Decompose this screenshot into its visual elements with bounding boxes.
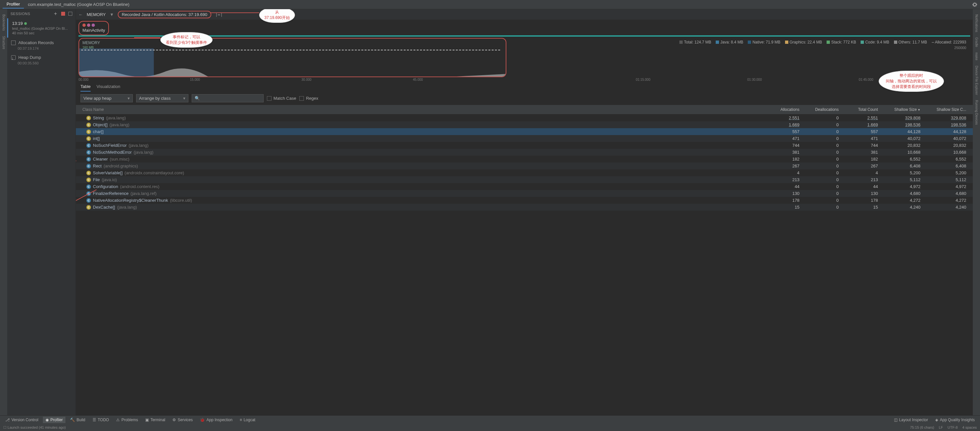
gear-icon[interactable]: [972, 2, 977, 7]
view-tabs: Table Visualization: [76, 81, 973, 92]
table-row[interactable]: CCleaner (sun.misc)18201826,5526,552: [76, 156, 973, 162]
tab-profiler[interactable]: Profiler: [3, 0, 24, 8]
callout-timeline: 整个跟踪的时间轴，拖动两边的竖线，可以选择需要查看的时间段: [878, 71, 944, 92]
vtab-notifications[interactable]: Notifications: [974, 12, 979, 35]
memory-title[interactable]: MEMORY: [87, 12, 106, 17]
status-message: ☐ Launch succeeded (41 minutes ago): [3, 425, 66, 430]
heap-icon: ↓: [11, 55, 16, 60]
vtab-gradle[interactable]: Gradle: [974, 35, 979, 50]
allocation-dashed-line: [81, 50, 500, 50]
table-row[interactable]: CRect (android.graphics)26702676,4086,40…: [76, 162, 973, 169]
arrange-select[interactable]: Arrange by class: [136, 94, 188, 102]
vtab-structure[interactable]: Structure: [1, 33, 6, 52]
add-session-icon[interactable]: [54, 12, 58, 16]
top-tab-bar: Profiler com.example.test_malloc (Google…: [0, 0, 980, 9]
table-row[interactable]: Cchar[] 557055744,12844,128: [76, 128, 973, 135]
session-duration: 40 min 50 sec: [12, 31, 72, 35]
memory-chart-label: MEMORY: [83, 41, 100, 45]
vtab-bookmarks[interactable]: Bookmarks: [1, 12, 6, 33]
btab-problems[interactable]: ⚠ Problems: [113, 417, 141, 423]
col-shallow-size[interactable]: Shallow Size: [880, 106, 923, 113]
recorded-allocations-label: Recorded Java / Kotlin Allocations: 37:1…: [118, 11, 211, 18]
allocation-icon: [11, 41, 16, 45]
allocation-table: Class Name Allocations Deallocations Tot…: [76, 105, 973, 415]
table-row[interactable]: CNativeAllocationRegistry$CleanerThunk (…: [76, 197, 973, 204]
svg-rect-4: [79, 48, 154, 77]
col-allocations[interactable]: Allocations: [765, 106, 802, 113]
memory-dropdown-caret[interactable]: ▼: [110, 12, 114, 17]
table-row[interactable]: CFinalizerReference (java.lang.ref)13001…: [76, 190, 973, 197]
table-row[interactable]: CSolverVariable[] (androidx.constraintla…: [76, 169, 973, 176]
session-time: 13:19: [12, 21, 23, 26]
btab-build[interactable]: 🔨 Build: [67, 417, 88, 423]
tab-visualization[interactable]: Visualization: [97, 84, 120, 92]
bottom-tool-bar: ⎇ Version Control ◉ Profiler 🔨 Build ☰ T…: [0, 415, 980, 424]
btab-app-quality[interactable]: ◈ App Quality Insights: [932, 417, 977, 423]
heap-select[interactable]: View app heap: [81, 94, 133, 102]
callout-events: 事件标记，可以看到至少有3个触摸事件: [160, 32, 213, 48]
btab-app-inspection[interactable]: 🐞 App Inspection: [197, 417, 235, 423]
session-running-dot: [24, 22, 27, 25]
col-total[interactable]: Total Count: [841, 106, 880, 113]
col-shallow-size-c[interactable]: Shallow Size C...: [923, 106, 968, 113]
tab-process[interactable]: com.example.test_malloc (Google AOSP On …: [24, 1, 133, 8]
match-case-checkbox[interactable]: Match Case: [267, 96, 296, 101]
memory-area-chart[interactable]: [79, 48, 506, 77]
btab-profiler[interactable]: ◉ Profiler: [43, 417, 65, 423]
btab-logcat[interactable]: ≡ Logcat: [237, 417, 258, 423]
session-name: test_malloc (Google AOSP On Bl...: [12, 27, 72, 30]
touch-event-dot: [87, 24, 90, 27]
callout-line: [210, 13, 259, 13]
profiler-content: ← MEMORY ▼ Recorded Java / Kotlin Alloca…: [76, 9, 973, 415]
right-tool-strip: Notifications Gradle make Device File Ex…: [973, 9, 980, 415]
table-row[interactable]: CDexCache[] (java.lang)150154,2404,240: [76, 204, 973, 211]
btab-todo[interactable]: ☰ TODO: [90, 417, 111, 423]
callout-start-time: 从37:19.690开始: [259, 9, 295, 23]
layout-icon[interactable]: [68, 12, 72, 16]
status-lf[interactable]: LF: [939, 425, 943, 429]
allocation-time: 00:37:19.174: [18, 46, 76, 50]
table-row[interactable]: CConfiguration (android.content.res)4404…: [76, 183, 973, 190]
status-indent[interactable]: 4 spaces: [963, 425, 977, 429]
search-input[interactable]: 🔍: [192, 94, 264, 102]
memory-header: ← MEMORY ▼ Recorded Java / Kotlin Alloca…: [76, 9, 973, 20]
table-header: Class Name Allocations Deallocations Tot…: [76, 105, 973, 115]
activity-name: MainActivity: [83, 28, 105, 33]
table-row[interactable]: CNoSuchMethodError (java.lang)381038110,…: [76, 149, 973, 156]
alloc-count-scale: 250000: [954, 46, 966, 50]
sessions-panel: SESSIONS 13:19 test_malloc (Google AOSP …: [7, 9, 76, 415]
vtab-make[interactable]: make: [974, 50, 979, 63]
table-row[interactable]: Cint[] 471047140,07240,072: [76, 135, 973, 142]
btab-version-control[interactable]: ⎇ Version Control: [3, 417, 41, 423]
status-bar: ☐ Launch succeeded (41 minutes ago) 75:1…: [0, 424, 980, 431]
memory-legend: Total: 124.7 MB Java: 8.4 MB Native: 71.…: [679, 40, 966, 45]
memory-chart-wrap: Total: 124.7 MB Java: 8.4 MB Native: 71.…: [78, 38, 970, 77]
left-tool-strip: Bookmarks Structure: [0, 9, 7, 415]
activity-marker-box: MainActivity: [78, 21, 109, 35]
vtab-device-file-explorer[interactable]: Device File Explorer: [974, 63, 979, 97]
session-item[interactable]: 13:19 test_malloc (Google AOSP On Bl... …: [7, 18, 76, 38]
heap-time: 00:00:35.560: [18, 61, 76, 65]
sessions-title: SESSIONS: [11, 12, 30, 16]
callout-line: [134, 37, 160, 38]
regex-checkbox[interactable]: Regex: [299, 96, 318, 101]
btab-layout-inspector[interactable]: ◫ Layout Inspector: [891, 417, 931, 423]
vtab-running-devices[interactable]: Running Devices: [974, 97, 979, 127]
table-row[interactable]: CFile (java.io)21302135,1125,112: [76, 176, 973, 183]
btab-services[interactable]: ⚙ Services: [170, 417, 195, 423]
memory-chart-selection[interactable]: MEMORY 160 MB: [78, 38, 506, 77]
back-button[interactable]: ←: [78, 12, 83, 17]
time-axis: 00.000 15.000 30.000 45.000 01:15.000 01…: [78, 78, 970, 81]
table-row[interactable]: CString (java.lang)2,55102,551329,808329…: [76, 115, 973, 121]
tab-table[interactable]: Table: [81, 84, 91, 92]
status-encoding[interactable]: UTF-8: [948, 425, 958, 429]
touch-event-dot: [83, 24, 86, 27]
col-classname[interactable]: Class Name: [81, 106, 765, 113]
filter-bar: View app heap Arrange by class 🔍 Match C…: [76, 92, 973, 105]
table-row[interactable]: CObject[] (java.lang)1,66901,669198,5361…: [76, 121, 973, 128]
btab-terminal[interactable]: ▣ Terminal: [143, 417, 168, 423]
stop-session-icon[interactable]: [61, 12, 65, 16]
col-deallocations[interactable]: Deallocations: [802, 106, 841, 113]
status-position[interactable]: 75:15 (6 chars): [910, 425, 934, 429]
table-row[interactable]: CNoSuchFieldError (java.lang)744074420,8…: [76, 142, 973, 149]
